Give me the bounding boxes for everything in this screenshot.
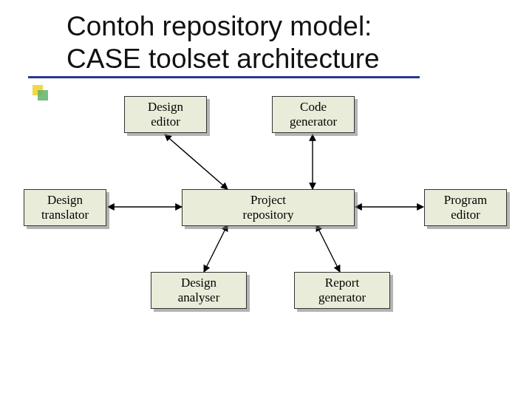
architecture-diagram: Designeditor Codegenerator Designtransla… [21, 95, 517, 324]
node-label: Programeditor [444, 193, 488, 222]
node-program-editor: Programeditor [424, 189, 507, 226]
svg-line-0 [165, 134, 228, 189]
node-label: Codegenerator [290, 100, 337, 129]
title-line-2: CASE toolset architecture [66, 44, 380, 74]
node-label: Reportgenerator [318, 276, 366, 304]
slide-title: Contoh repository model: CASE toolset ar… [66, 10, 532, 75]
title-line-1: Contoh repository model: [66, 11, 372, 41]
svg-line-5 [316, 225, 340, 272]
slide: Contoh repository model: CASE toolset ar… [0, 0, 532, 399]
node-design-editor: Designeditor [124, 96, 207, 133]
svg-line-4 [204, 225, 228, 272]
node-label: Designanalyser [178, 276, 220, 304]
node-report-generator: Reportgenerator [294, 272, 390, 309]
node-code-generator: Codegenerator [272, 96, 355, 133]
node-design-analyser: Designanalyser [151, 272, 247, 309]
node-label: Designtranslator [41, 193, 89, 222]
node-design-translator: Designtranslator [24, 189, 106, 226]
node-label: Projectrepository [243, 193, 294, 222]
node-project-repository: Projectrepository [182, 189, 355, 226]
node-label: Designeditor [148, 100, 183, 129]
slide-title-block: Contoh repository model: CASE toolset ar… [0, 10, 532, 75]
title-underline [28, 76, 420, 78]
